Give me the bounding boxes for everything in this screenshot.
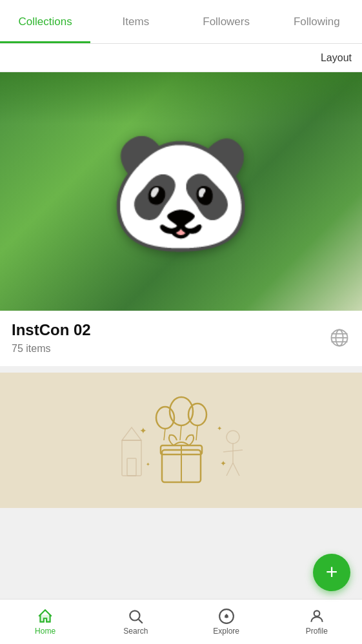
nav-label-profile: Profile xyxy=(306,627,328,636)
add-icon: + xyxy=(326,561,338,582)
tab-followers[interactable]: Followers xyxy=(181,0,272,43)
home-icon xyxy=(37,608,54,625)
svg-text:✦: ✦ xyxy=(146,462,150,467)
svg-rect-20 xyxy=(127,458,136,476)
explore-icon xyxy=(218,608,235,625)
card-subtitle-1: 75 items xyxy=(12,343,350,355)
svg-point-21 xyxy=(226,431,239,444)
search-icon xyxy=(127,608,144,625)
nav-item-explore[interactable]: Explore xyxy=(181,600,272,644)
collections-content: InstCon 02 75 items xyxy=(0,72,362,599)
collection-card-2[interactable]: ✦ ✦ ✦ ✦ xyxy=(0,373,362,508)
tab-items[interactable]: Items xyxy=(90,0,181,43)
tab-bar: Collections Items Followers Following xyxy=(0,0,362,44)
tab-following[interactable]: Following xyxy=(272,0,362,43)
svg-marker-19 xyxy=(122,427,141,440)
globe-icon[interactable] xyxy=(330,328,350,349)
card-title-1: InstCon 02 xyxy=(12,321,350,339)
svg-line-10 xyxy=(196,425,197,440)
svg-text:✦: ✦ xyxy=(217,425,222,432)
svg-line-6 xyxy=(180,425,181,440)
layout-bar: Layout xyxy=(0,44,362,72)
nav-label-search: Search xyxy=(123,627,148,636)
bottom-nav: Home Search Explore Profile xyxy=(0,599,362,644)
svg-point-31 xyxy=(314,610,320,616)
svg-point-9 xyxy=(188,404,206,425)
nav-label-explore: Explore xyxy=(213,627,239,636)
svg-line-8 xyxy=(164,429,165,440)
tab-collections[interactable]: Collections xyxy=(0,0,90,43)
collection-card-1[interactable]: InstCon 02 75 items xyxy=(0,72,362,366)
svg-point-26 xyxy=(130,610,140,620)
svg-line-27 xyxy=(139,620,143,623)
add-button[interactable]: + xyxy=(313,554,350,591)
collection-image-1 xyxy=(0,72,362,311)
layout-button[interactable]: Layout xyxy=(321,52,352,64)
nav-item-profile[interactable]: Profile xyxy=(272,600,362,644)
profile-icon xyxy=(308,608,325,625)
svg-line-24 xyxy=(226,463,233,476)
nav-label-home: Home xyxy=(35,627,55,636)
nav-item-home[interactable]: Home xyxy=(0,600,90,644)
svg-line-25 xyxy=(233,463,239,476)
svg-point-30 xyxy=(225,615,227,617)
collection-drawing: ✦ ✦ ✦ ✦ xyxy=(0,373,362,508)
nav-item-search[interactable]: Search xyxy=(90,600,181,644)
svg-text:✦: ✦ xyxy=(220,459,226,468)
card-info-1: InstCon 02 75 items xyxy=(0,311,362,366)
collection-image-2: ✦ ✦ ✦ ✦ xyxy=(0,373,362,508)
svg-text:✦: ✦ xyxy=(139,425,147,436)
